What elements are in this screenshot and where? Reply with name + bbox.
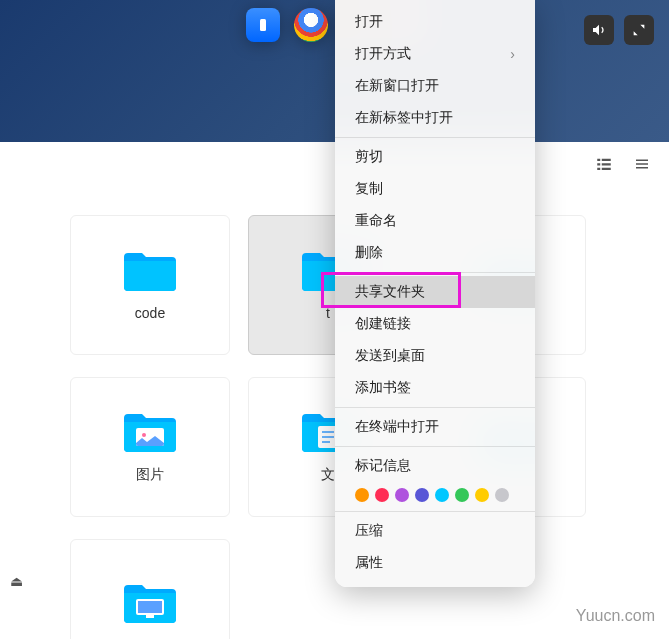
context-item-在新标签中打开[interactable]: 在新标签中打开 bbox=[335, 102, 535, 134]
eject-icon[interactable]: ⏏ bbox=[10, 573, 23, 589]
sound-button[interactable] bbox=[584, 15, 614, 45]
tag-color-dot[interactable] bbox=[415, 488, 429, 502]
svg-rect-4 bbox=[602, 159, 611, 161]
context-item-标记信息[interactable]: 标记信息 bbox=[335, 450, 535, 482]
context-item-复制[interactable]: 复制 bbox=[335, 173, 535, 205]
svg-rect-5 bbox=[597, 163, 600, 165]
context-item-在新窗口打开[interactable]: 在新窗口打开 bbox=[335, 70, 535, 102]
svg-rect-7 bbox=[597, 168, 600, 170]
context-item-共享文件夹[interactable]: 共享文件夹 bbox=[335, 276, 535, 308]
context-item-剪切[interactable]: 剪切 bbox=[335, 141, 535, 173]
context-item-添加书签[interactable]: 添加书签 bbox=[335, 372, 535, 404]
context-separator bbox=[335, 407, 535, 408]
tag-color-dot[interactable] bbox=[375, 488, 389, 502]
tag-color-dot[interactable] bbox=[475, 488, 489, 502]
tag-color-dot[interactable] bbox=[495, 488, 509, 502]
svg-rect-19 bbox=[138, 601, 162, 613]
context-item-发送到桌面[interactable]: 发送到桌面 bbox=[335, 340, 535, 372]
context-separator bbox=[335, 511, 535, 512]
menu-button[interactable] bbox=[633, 155, 651, 177]
folder-icon bbox=[122, 410, 178, 454]
context-separator bbox=[335, 137, 535, 138]
context-separator bbox=[335, 446, 535, 447]
context-item-打开方式[interactable]: 打开方式› bbox=[335, 38, 535, 70]
tag-color-dot[interactable] bbox=[455, 488, 469, 502]
context-item-label: 在新窗口打开 bbox=[355, 77, 439, 95]
context-item-label: 剪切 bbox=[355, 148, 383, 166]
folder-label: code bbox=[135, 305, 165, 321]
context-item-创建链接[interactable]: 创建链接 bbox=[335, 308, 535, 340]
context-item-label: 共享文件夹 bbox=[355, 283, 425, 301]
tag-color-row bbox=[335, 482, 535, 508]
context-item-打开[interactable]: 打开 bbox=[335, 6, 535, 38]
context-item-label: 在新标签中打开 bbox=[355, 109, 453, 127]
svg-rect-0 bbox=[260, 19, 266, 31]
context-item-label: 复制 bbox=[355, 180, 383, 198]
context-item-删除[interactable]: 删除 bbox=[335, 237, 535, 269]
folder-item[interactable] bbox=[70, 539, 230, 639]
tag-color-dot[interactable] bbox=[395, 488, 409, 502]
svg-rect-20 bbox=[146, 615, 154, 618]
context-item-重命名[interactable]: 重命名 bbox=[335, 205, 535, 237]
dock-chrome-icon[interactable] bbox=[294, 8, 328, 42]
folder-label: 文 bbox=[321, 466, 335, 484]
context-item-label: 添加书签 bbox=[355, 379, 411, 397]
context-item-属性[interactable]: 属性 bbox=[335, 547, 535, 579]
context-menu: 打开打开方式›在新窗口打开在新标签中打开剪切复制重命名删除共享文件夹创建链接发送… bbox=[335, 0, 535, 587]
svg-rect-8 bbox=[602, 168, 611, 170]
folder-item[interactable]: code bbox=[70, 215, 230, 355]
folder-icon bbox=[122, 249, 178, 293]
svg-rect-6 bbox=[602, 163, 611, 165]
context-item-label: 打开 bbox=[355, 13, 383, 31]
context-item-label: 在终端中打开 bbox=[355, 418, 439, 436]
context-item-label: 压缩 bbox=[355, 522, 383, 540]
folder-label: 图片 bbox=[136, 466, 164, 484]
chevron-right-icon: › bbox=[510, 46, 515, 62]
watermark: Yuucn.com bbox=[576, 607, 655, 625]
context-item-label: 标记信息 bbox=[355, 457, 411, 475]
context-item-label: 打开方式 bbox=[355, 45, 411, 63]
context-separator bbox=[335, 272, 535, 273]
context-item-压缩[interactable]: 压缩 bbox=[335, 515, 535, 547]
topbar-controls bbox=[584, 15, 654, 45]
dock-app-icon[interactable] bbox=[246, 8, 280, 42]
fullscreen-button[interactable] bbox=[624, 15, 654, 45]
tag-color-dot[interactable] bbox=[355, 488, 369, 502]
context-item-在终端中打开[interactable]: 在终端中打开 bbox=[335, 411, 535, 443]
folder-item[interactable]: 图片 bbox=[70, 377, 230, 517]
context-item-label: 重命名 bbox=[355, 212, 397, 230]
svg-rect-3 bbox=[597, 159, 600, 161]
list-view-button[interactable] bbox=[595, 155, 613, 177]
context-item-label: 属性 bbox=[355, 554, 383, 572]
context-item-label: 删除 bbox=[355, 244, 383, 262]
folder-icon bbox=[122, 581, 178, 625]
context-item-label: 发送到桌面 bbox=[355, 347, 425, 365]
svg-point-13 bbox=[142, 433, 146, 437]
tag-color-dot[interactable] bbox=[435, 488, 449, 502]
context-item-label: 创建链接 bbox=[355, 315, 411, 333]
folder-label: t bbox=[326, 305, 330, 321]
